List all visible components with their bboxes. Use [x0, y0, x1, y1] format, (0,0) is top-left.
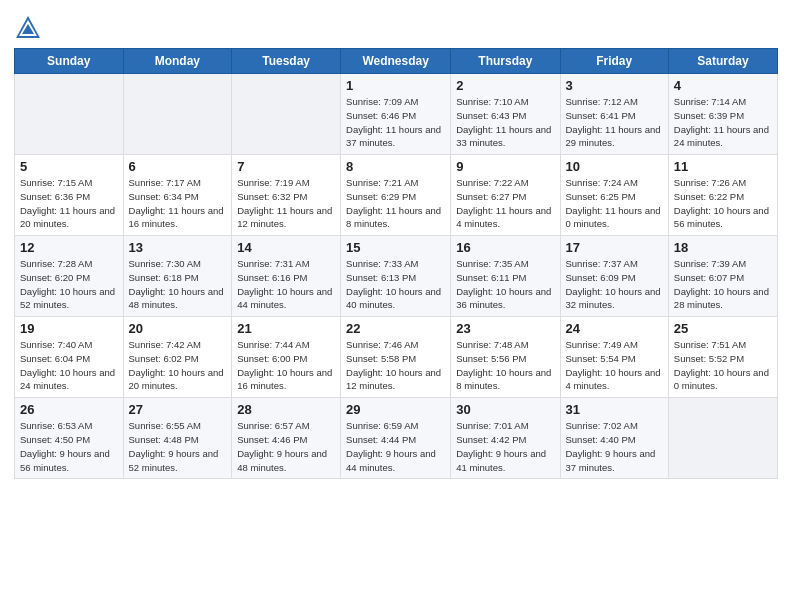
day-info: Sunrise: 7:24 AM Sunset: 6:25 PM Dayligh…: [566, 176, 663, 231]
calendar-cell: 10Sunrise: 7:24 AM Sunset: 6:25 PM Dayli…: [560, 155, 668, 236]
calendar-cell: 20Sunrise: 7:42 AM Sunset: 6:02 PM Dayli…: [123, 317, 232, 398]
day-number: 5: [20, 159, 118, 174]
day-info: Sunrise: 7:35 AM Sunset: 6:11 PM Dayligh…: [456, 257, 554, 312]
day-info: Sunrise: 7:48 AM Sunset: 5:56 PM Dayligh…: [456, 338, 554, 393]
calendar-header-friday: Friday: [560, 49, 668, 74]
calendar-cell: 2Sunrise: 7:10 AM Sunset: 6:43 PM Daylig…: [451, 74, 560, 155]
calendar-cell: 14Sunrise: 7:31 AM Sunset: 6:16 PM Dayli…: [232, 236, 341, 317]
calendar-cell: 7Sunrise: 7:19 AM Sunset: 6:32 PM Daylig…: [232, 155, 341, 236]
day-info: Sunrise: 7:31 AM Sunset: 6:16 PM Dayligh…: [237, 257, 335, 312]
day-info: Sunrise: 7:40 AM Sunset: 6:04 PM Dayligh…: [20, 338, 118, 393]
calendar-cell: 22Sunrise: 7:46 AM Sunset: 5:58 PM Dayli…: [341, 317, 451, 398]
calendar-header-monday: Monday: [123, 49, 232, 74]
day-number: 15: [346, 240, 445, 255]
calendar-header-tuesday: Tuesday: [232, 49, 341, 74]
calendar-cell: 8Sunrise: 7:21 AM Sunset: 6:29 PM Daylig…: [341, 155, 451, 236]
day-number: 13: [129, 240, 227, 255]
day-info: Sunrise: 7:10 AM Sunset: 6:43 PM Dayligh…: [456, 95, 554, 150]
day-number: 28: [237, 402, 335, 417]
day-number: 11: [674, 159, 772, 174]
logo-icon: [14, 14, 42, 42]
day-number: 23: [456, 321, 554, 336]
calendar-cell: 4Sunrise: 7:14 AM Sunset: 6:39 PM Daylig…: [668, 74, 777, 155]
calendar-cell: 6Sunrise: 7:17 AM Sunset: 6:34 PM Daylig…: [123, 155, 232, 236]
day-number: 14: [237, 240, 335, 255]
calendar-week-3: 12Sunrise: 7:28 AM Sunset: 6:20 PM Dayli…: [15, 236, 778, 317]
calendar-cell: 18Sunrise: 7:39 AM Sunset: 6:07 PM Dayli…: [668, 236, 777, 317]
day-info: Sunrise: 7:30 AM Sunset: 6:18 PM Dayligh…: [129, 257, 227, 312]
calendar-header-sunday: Sunday: [15, 49, 124, 74]
calendar-cell: [232, 74, 341, 155]
day-info: Sunrise: 6:57 AM Sunset: 4:46 PM Dayligh…: [237, 419, 335, 474]
calendar-cell: [15, 74, 124, 155]
day-number: 22: [346, 321, 445, 336]
day-info: Sunrise: 7:15 AM Sunset: 6:36 PM Dayligh…: [20, 176, 118, 231]
calendar-cell: 12Sunrise: 7:28 AM Sunset: 6:20 PM Dayli…: [15, 236, 124, 317]
calendar-cell: 1Sunrise: 7:09 AM Sunset: 6:46 PM Daylig…: [341, 74, 451, 155]
page: SundayMondayTuesdayWednesdayThursdayFrid…: [0, 0, 792, 612]
calendar-week-2: 5Sunrise: 7:15 AM Sunset: 6:36 PM Daylig…: [15, 155, 778, 236]
calendar-cell: 24Sunrise: 7:49 AM Sunset: 5:54 PM Dayli…: [560, 317, 668, 398]
day-info: Sunrise: 7:12 AM Sunset: 6:41 PM Dayligh…: [566, 95, 663, 150]
calendar-cell: 25Sunrise: 7:51 AM Sunset: 5:52 PM Dayli…: [668, 317, 777, 398]
calendar-cell: 21Sunrise: 7:44 AM Sunset: 6:00 PM Dayli…: [232, 317, 341, 398]
calendar-cell: 23Sunrise: 7:48 AM Sunset: 5:56 PM Dayli…: [451, 317, 560, 398]
day-info: Sunrise: 7:33 AM Sunset: 6:13 PM Dayligh…: [346, 257, 445, 312]
day-info: Sunrise: 7:09 AM Sunset: 6:46 PM Dayligh…: [346, 95, 445, 150]
day-info: Sunrise: 7:51 AM Sunset: 5:52 PM Dayligh…: [674, 338, 772, 393]
day-info: Sunrise: 7:01 AM Sunset: 4:42 PM Dayligh…: [456, 419, 554, 474]
calendar-header-wednesday: Wednesday: [341, 49, 451, 74]
day-number: 31: [566, 402, 663, 417]
calendar-cell: 19Sunrise: 7:40 AM Sunset: 6:04 PM Dayli…: [15, 317, 124, 398]
day-number: 19: [20, 321, 118, 336]
calendar-cell: 3Sunrise: 7:12 AM Sunset: 6:41 PM Daylig…: [560, 74, 668, 155]
day-info: Sunrise: 7:44 AM Sunset: 6:00 PM Dayligh…: [237, 338, 335, 393]
calendar-cell: 30Sunrise: 7:01 AM Sunset: 4:42 PM Dayli…: [451, 398, 560, 479]
day-number: 25: [674, 321, 772, 336]
calendar-week-4: 19Sunrise: 7:40 AM Sunset: 6:04 PM Dayli…: [15, 317, 778, 398]
day-number: 4: [674, 78, 772, 93]
calendar-cell: 26Sunrise: 6:53 AM Sunset: 4:50 PM Dayli…: [15, 398, 124, 479]
calendar-header-row: SundayMondayTuesdayWednesdayThursdayFrid…: [15, 49, 778, 74]
day-info: Sunrise: 7:39 AM Sunset: 6:07 PM Dayligh…: [674, 257, 772, 312]
calendar-week-5: 26Sunrise: 6:53 AM Sunset: 4:50 PM Dayli…: [15, 398, 778, 479]
day-number: 3: [566, 78, 663, 93]
calendar-cell: 31Sunrise: 7:02 AM Sunset: 4:40 PM Dayli…: [560, 398, 668, 479]
logo: [14, 14, 46, 42]
day-info: Sunrise: 7:49 AM Sunset: 5:54 PM Dayligh…: [566, 338, 663, 393]
calendar-cell: [123, 74, 232, 155]
calendar-cell: 16Sunrise: 7:35 AM Sunset: 6:11 PM Dayli…: [451, 236, 560, 317]
day-number: 8: [346, 159, 445, 174]
day-info: Sunrise: 7:37 AM Sunset: 6:09 PM Dayligh…: [566, 257, 663, 312]
day-number: 26: [20, 402, 118, 417]
day-info: Sunrise: 6:59 AM Sunset: 4:44 PM Dayligh…: [346, 419, 445, 474]
day-info: Sunrise: 7:42 AM Sunset: 6:02 PM Dayligh…: [129, 338, 227, 393]
day-number: 30: [456, 402, 554, 417]
calendar-cell: 17Sunrise: 7:37 AM Sunset: 6:09 PM Dayli…: [560, 236, 668, 317]
calendar-cell: 29Sunrise: 6:59 AM Sunset: 4:44 PM Dayli…: [341, 398, 451, 479]
day-number: 24: [566, 321, 663, 336]
calendar-cell: 13Sunrise: 7:30 AM Sunset: 6:18 PM Dayli…: [123, 236, 232, 317]
calendar-cell: 15Sunrise: 7:33 AM Sunset: 6:13 PM Dayli…: [341, 236, 451, 317]
day-number: 27: [129, 402, 227, 417]
calendar-cell: 11Sunrise: 7:26 AM Sunset: 6:22 PM Dayli…: [668, 155, 777, 236]
day-number: 10: [566, 159, 663, 174]
day-number: 18: [674, 240, 772, 255]
day-number: 9: [456, 159, 554, 174]
day-info: Sunrise: 7:14 AM Sunset: 6:39 PM Dayligh…: [674, 95, 772, 150]
day-info: Sunrise: 7:17 AM Sunset: 6:34 PM Dayligh…: [129, 176, 227, 231]
calendar-cell: 5Sunrise: 7:15 AM Sunset: 6:36 PM Daylig…: [15, 155, 124, 236]
day-number: 6: [129, 159, 227, 174]
day-info: Sunrise: 6:55 AM Sunset: 4:48 PM Dayligh…: [129, 419, 227, 474]
calendar-cell: 9Sunrise: 7:22 AM Sunset: 6:27 PM Daylig…: [451, 155, 560, 236]
calendar-cell: [668, 398, 777, 479]
day-info: Sunrise: 7:28 AM Sunset: 6:20 PM Dayligh…: [20, 257, 118, 312]
calendar-week-1: 1Sunrise: 7:09 AM Sunset: 6:46 PM Daylig…: [15, 74, 778, 155]
day-info: Sunrise: 6:53 AM Sunset: 4:50 PM Dayligh…: [20, 419, 118, 474]
day-number: 7: [237, 159, 335, 174]
day-number: 2: [456, 78, 554, 93]
calendar-header-saturday: Saturday: [668, 49, 777, 74]
day-info: Sunrise: 7:19 AM Sunset: 6:32 PM Dayligh…: [237, 176, 335, 231]
day-info: Sunrise: 7:22 AM Sunset: 6:27 PM Dayligh…: [456, 176, 554, 231]
day-number: 12: [20, 240, 118, 255]
